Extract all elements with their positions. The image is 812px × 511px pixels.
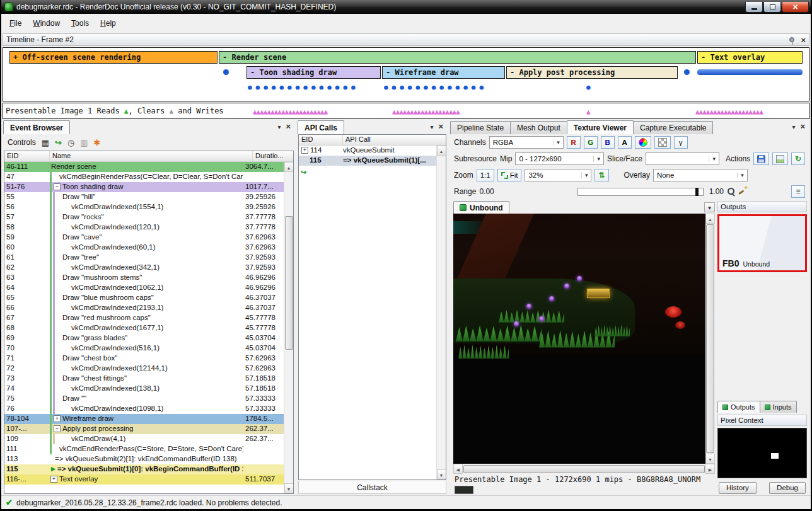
texture-vertical-scrollbar[interactable] — [705, 214, 715, 464]
timeline-block[interactable]: - Render scene — [219, 51, 696, 64]
column-eid[interactable]: EID — [4, 151, 50, 161]
collapse-icon[interactable]: − — [54, 183, 61, 190]
timeline-block[interactable]: + Off-screen scene rendering — [9, 51, 218, 64]
expand-icon[interactable]: + — [54, 415, 61, 422]
tab-api-calls[interactable]: API Calls — [298, 120, 344, 134]
chevron-down-icon[interactable] — [792, 122, 795, 131]
event-row[interactable]: 113=> vkQueueSubmit(2)[1]: vkEndCommandB… — [4, 454, 284, 464]
goto-resource-button[interactable] — [791, 152, 805, 165]
timeline-dot-group[interactable]: ●●●●●●●●●●●●●● — [248, 84, 359, 91]
event-row[interactable]: 46-111Render scene3064.7... — [4, 162, 284, 172]
event-row[interactable]: 51-76−Toon shading draw1017.7... — [4, 182, 284, 192]
scrollbar-thumb[interactable] — [285, 216, 293, 350]
event-row[interactable]: 57Draw "rocks"37.77778 — [4, 212, 284, 222]
save-button[interactable] — [753, 152, 769, 165]
event-row[interactable]: 69Draw "grass blades"45.03704 — [4, 333, 284, 343]
api-calls-scrollbar[interactable] — [436, 146, 446, 479]
scrollbar-thumb[interactable] — [463, 465, 705, 473]
event-row[interactable]: 64vkCmdDrawIndexed(1062,1)46.96296 — [4, 283, 284, 293]
overlay-dropdown[interactable]: None — [653, 169, 748, 181]
scroll-left-icon[interactable] — [453, 464, 463, 474]
timeline-track[interactable]: + Off-screen scene rendering- Render sce… — [3, 47, 809, 101]
event-row[interactable]: 72vkCmdDrawIndexed(12144,1)57.62963 — [4, 364, 284, 374]
event-row[interactable]: 63Draw "mushroom stems"46.96296 — [4, 273, 284, 283]
zoom-fit-button[interactable]: Fit — [497, 169, 522, 181]
event-row[interactable]: 109vkCmdDraw(4,1)262.37... — [4, 434, 284, 444]
scroll-down-icon[interactable] — [705, 454, 715, 464]
pixel-context-view[interactable] — [717, 428, 807, 478]
event-row[interactable]: 66vkCmdDrawIndexed(2193,1)46.37037 — [4, 303, 284, 313]
scrollbar-thumb[interactable] — [706, 224, 714, 453]
texture-tab-list-button[interactable] — [704, 202, 715, 212]
red-channel-button[interactable]: R — [567, 136, 581, 149]
tab-unbound[interactable]: Unbound — [453, 201, 509, 214]
event-row[interactable]: 71Draw "chest box"57.62963 — [4, 353, 284, 364]
event-row[interactable]: 56vkCmdDrawIndexed(1554,1)39.25926 — [4, 202, 284, 212]
range-slider-handle[interactable] — [695, 188, 699, 196]
tab-texture-viewer[interactable]: Texture Viewer — [567, 120, 634, 134]
jump-to-event-icon[interactable] — [55, 139, 62, 147]
callstack-bar[interactable]: Callstack — [298, 481, 446, 494]
event-browser-scrollbar[interactable] — [284, 162, 293, 493]
pin-icon[interactable] — [789, 37, 794, 42]
minimize-button[interactable] — [745, 2, 763, 13]
scroll-right-icon[interactable] — [705, 464, 715, 474]
timeline-block[interactable]: - Apply post processing — [506, 66, 678, 79]
panel-close-icon[interactable] — [800, 122, 805, 131]
timeline-markers[interactable]: Presentable Image 1 Reads , Clears and W… — [3, 103, 809, 119]
panel-close-icon[interactable] — [438, 122, 443, 131]
channels-dropdown[interactable]: RGBA — [489, 136, 564, 149]
timeline-dot-group[interactable]: ● — [586, 84, 594, 91]
close-button[interactable] — [782, 2, 809, 13]
scroll-down-icon[interactable] — [437, 469, 446, 479]
column-name[interactable]: Name — [50, 151, 253, 161]
open-image-button[interactable] — [772, 152, 788, 165]
menu-help[interactable]: Help — [95, 16, 122, 30]
event-row[interactable]: 73Draw "chest fittings"57.18518 — [4, 374, 284, 384]
history-button[interactable]: History — [719, 482, 757, 494]
tab-pipeline-state[interactable]: Pipeline State — [450, 121, 511, 134]
statistics-icon[interactable] — [80, 139, 88, 147]
menu-file[interactable]: File — [4, 16, 27, 30]
texture-canvas[interactable] — [453, 214, 705, 464]
scroll-up-icon[interactable] — [437, 146, 446, 156]
timeline-block[interactable]: - Toon shading draw — [246, 66, 381, 79]
time-durations-icon[interactable] — [67, 139, 74, 147]
panel-close-icon[interactable] — [286, 122, 291, 131]
green-channel-button[interactable]: G — [584, 136, 598, 149]
scroll-down-icon[interactable] — [284, 483, 294, 493]
bookmark-icon[interactable] — [94, 139, 101, 147]
event-row[interactable]: 107-...−Apply post processing262.37... — [4, 424, 284, 434]
expand-icon[interactable]: + — [50, 476, 57, 483]
timeline-dot[interactable] — [684, 69, 690, 75]
tab-event-browser[interactable]: Event Browser — [3, 120, 70, 134]
event-row[interactable]: 76vkCmdDrawIndexed(1098,1)57.33333 — [4, 404, 284, 414]
tab-mesh-output[interactable]: Mesh Output — [510, 121, 567, 134]
tab-capture-executable[interactable]: Capture Executable — [633, 121, 713, 134]
event-row[interactable]: 111vkCmdEndRenderPass(C=Store, D=Store, … — [4, 444, 284, 454]
column-eid[interactable]: EID — [299, 135, 343, 145]
controls-button[interactable]: Controls — [8, 138, 36, 147]
timeline-dot-group[interactable]: ●●●●●●●●●●●●● — [384, 84, 487, 91]
blue-channel-button[interactable]: B — [601, 136, 615, 149]
zoom-dropdown[interactable]: 32% — [525, 169, 591, 181]
event-row[interactable]: 65Draw "blue mushroom caps"46.37037 — [4, 293, 284, 303]
column-duration[interactable]: Duratio... — [253, 151, 293, 161]
titlebar[interactable]: debugmarker.rdc - RenderDoc Unofficial r… — [1, 0, 811, 14]
column-api-call[interactable]: API Call — [343, 135, 446, 145]
texture-horizontal-scrollbar[interactable] — [453, 464, 715, 474]
event-row[interactable]: 115▶=> vkQueueSubmit(1)[0]: vkBeginComma… — [4, 464, 284, 474]
expand-icon[interactable]: + — [301, 147, 308, 154]
event-row[interactable]: 74vkCmdDrawIndexed(138,1)57.18518 — [4, 384, 284, 394]
timeline-dot[interactable] — [223, 69, 229, 75]
tab-inputs[interactable]: Inputs — [760, 401, 797, 413]
flip-y-button[interactable] — [594, 169, 608, 181]
mip-dropdown[interactable]: 0 - 1272x690 — [515, 152, 604, 165]
tab-outputs[interactable]: Outputs — [717, 401, 760, 413]
range-slider[interactable] — [577, 188, 704, 196]
event-row[interactable]: 62vkCmdDrawIndexed(342,1)37.92593 — [4, 263, 284, 273]
debug-button[interactable]: Debug — [769, 482, 806, 494]
zoom-1-1-button[interactable]: 1:1 — [477, 169, 494, 181]
timeline-block[interactable]: - Wireframe draw — [382, 66, 505, 79]
event-row[interactable]: 68vkCmdDrawIndexed(1677,1)45.77778 — [4, 323, 284, 333]
